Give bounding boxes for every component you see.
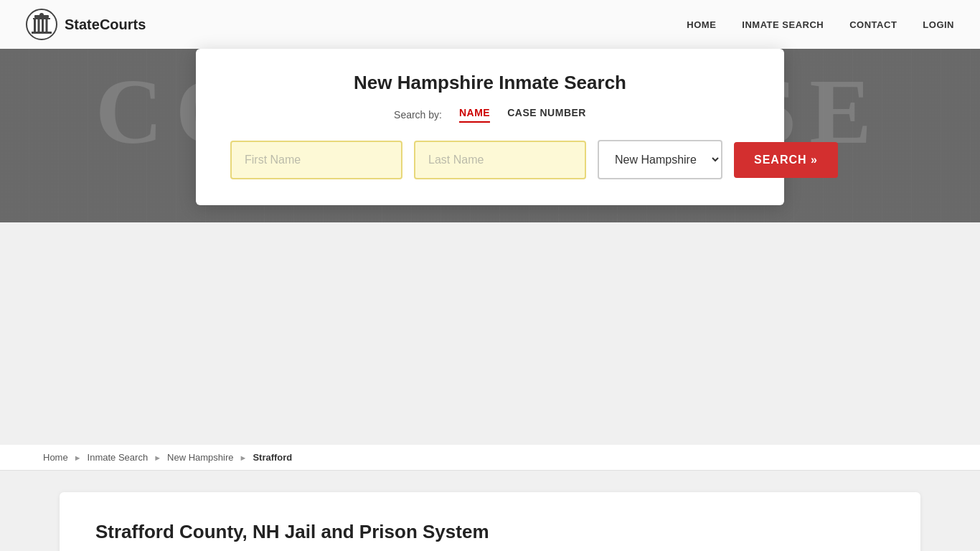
breadcrumb-home[interactable]: Home: [43, 452, 68, 463]
search-tabs: Search by: NAME CASE NUMBER: [230, 107, 750, 123]
breadcrumb: Home ► Inmate Search ► New Hampshire ► S…: [0, 445, 980, 471]
svg-rect-4: [34, 19, 36, 32]
svg-rect-5: [38, 19, 40, 32]
search-fields: New Hampshire Alabama Alaska Arizona Ark…: [230, 140, 750, 179]
svg-rect-1: [32, 32, 52, 34]
svg-rect-2: [33, 18, 50, 19]
breadcrumb-sep-1: ►: [74, 453, 82, 462]
logo-text: StateCourts: [65, 17, 146, 33]
state-select[interactable]: New Hampshire Alabama Alaska Arizona Ark…: [598, 140, 722, 179]
breadcrumb-new-hampshire[interactable]: New Hampshire: [167, 452, 233, 463]
logo[interactable]: StateCourts: [26, 9, 146, 40]
breadcrumb-inmate-search[interactable]: Inmate Search: [88, 452, 149, 463]
main-nav: HOME INMATE SEARCH CONTACT LOGIN: [687, 19, 954, 30]
svg-point-8: [39, 13, 44, 17]
search-card-title: New Hampshire Inmate Search: [230, 72, 750, 94]
main-content: Strafford County, NH Jail and Prison Sys…: [60, 492, 920, 551]
breadcrumb-sep-3: ►: [240, 453, 248, 462]
last-name-input[interactable]: [414, 141, 586, 179]
tab-name[interactable]: NAME: [459, 107, 490, 123]
nav-inmate-search[interactable]: INMATE SEARCH: [742, 19, 824, 30]
logo-icon: [26, 9, 57, 40]
svg-rect-7: [46, 19, 48, 32]
nav-contact[interactable]: CONTACT: [849, 19, 897, 30]
nav-login[interactable]: LOGIN: [923, 19, 954, 30]
topbar: StateCourts HOME INMATE SEARCH CONTACT L…: [0, 0, 980, 49]
section-title: Strafford County, NH Jail and Prison Sys…: [95, 521, 885, 543]
svg-rect-6: [42, 19, 44, 32]
breadcrumb-sep-2: ►: [154, 453, 161, 462]
header: COURTHOUSE StateCourts HOME INMATE SEARC…: [0, 0, 980, 222]
tab-case-number[interactable]: CASE NUMBER: [507, 107, 586, 123]
first-name-input[interactable]: [230, 141, 402, 179]
search-by-label: Search by:: [394, 109, 442, 121]
nav-home[interactable]: HOME: [687, 19, 716, 30]
breadcrumb-current: Strafford: [253, 452, 292, 463]
search-card: New Hampshire Inmate Search Search by: N…: [196, 49, 784, 205]
search-button[interactable]: SEARCH »: [734, 142, 838, 178]
